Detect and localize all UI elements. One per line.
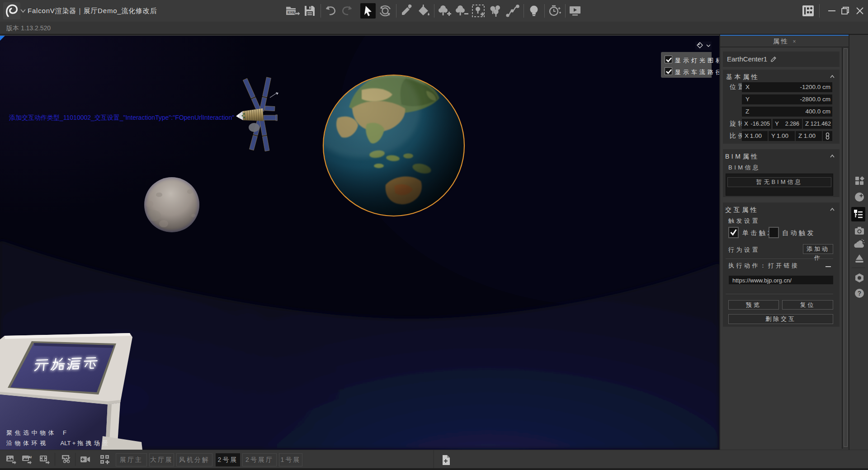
svg-text:AI: AI <box>28 456 32 459</box>
svg-text:?: ? <box>858 290 862 297</box>
svg-text:EXE: EXE <box>288 10 295 14</box>
